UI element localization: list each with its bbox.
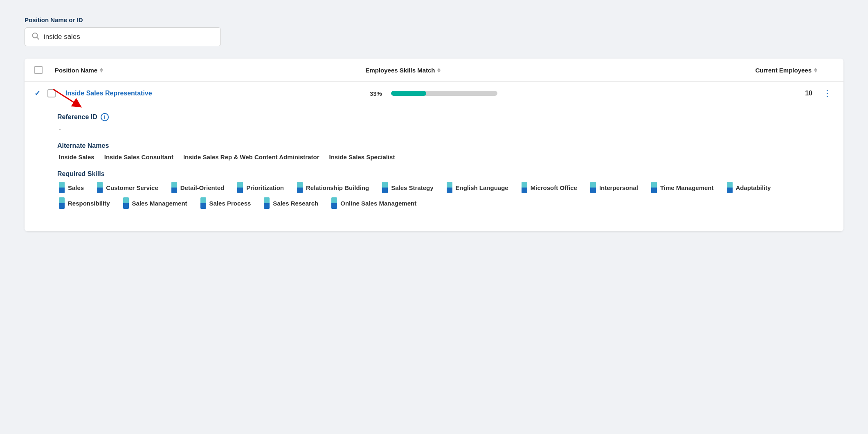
- col-header-skills-match: Employees Skills Match: [365, 67, 648, 74]
- skill-icon: [264, 197, 270, 209]
- select-all-checkbox[interactable]: [34, 66, 43, 74]
- skills-match-col-label: Employees Skills Match: [365, 67, 435, 74]
- alternate-names-list: Inside Sales Inside Sales Consultant Ins…: [57, 154, 830, 160]
- header-checkbox-col: [34, 66, 55, 74]
- skill-label: Prioritization: [246, 184, 284, 191]
- alternate-names-title: Alternate Names: [57, 142, 830, 149]
- progress-bar-fill: [391, 91, 426, 96]
- row-more-menu-button[interactable]: ⋮: [821, 88, 834, 98]
- skill-label: Adaptability: [736, 184, 771, 191]
- alt-name-item: Inside Sales Specialist: [329, 154, 395, 160]
- skill-item: English Language: [447, 182, 508, 193]
- alternate-names-section: Alternate Names Inside Sales Inside Sale…: [57, 142, 830, 160]
- search-section: Position Name or ID: [25, 16, 843, 46]
- skill-label: English Language: [456, 184, 508, 191]
- skill-icon: [200, 197, 206, 209]
- skill-icon: [651, 182, 657, 193]
- skill-label: Interpersonal: [599, 184, 638, 191]
- search-icon: [31, 32, 40, 42]
- sort-up-icon: [100, 68, 103, 70]
- skill-item: Prioritization: [237, 182, 284, 193]
- skill-icon: [59, 197, 65, 209]
- search-input[interactable]: [44, 33, 214, 41]
- skill-icon: [331, 197, 337, 209]
- row-current-employees: 10: [646, 90, 821, 97]
- progress-bar-bg: [391, 91, 497, 96]
- reference-id-value: -: [57, 125, 830, 132]
- col-header-current-emp: Current Employees: [648, 67, 834, 74]
- col-header-position: Position Name: [55, 67, 365, 74]
- reference-id-info-icon[interactable]: i: [101, 113, 109, 121]
- skill-label: Responsibility: [68, 200, 110, 207]
- skill-item: Customer Service: [97, 182, 158, 193]
- skill-label: Sales Process: [209, 200, 251, 207]
- skill-label: Sales Strategy: [391, 184, 433, 191]
- skills-match-sort[interactable]: [437, 68, 441, 72]
- expand-toggle[interactable]: ✓: [34, 89, 47, 98]
- skill-icon: [590, 182, 596, 193]
- skill-item: Adaptability: [727, 182, 771, 193]
- positions-table: Position Name Employees Skills Match Cur…: [25, 59, 843, 231]
- skill-item: Sales Research: [264, 197, 318, 209]
- skill-label: Customer Service: [106, 184, 158, 191]
- svg-point-0: [33, 33, 38, 38]
- skill-item: Online Sales Management: [331, 197, 416, 209]
- skill-item: Sales: [59, 182, 84, 193]
- skill-label: Sales: [68, 184, 84, 191]
- skill-label: Microsoft Office: [531, 184, 577, 191]
- position-sort[interactable]: [100, 68, 103, 72]
- sort-up-icon: [814, 68, 817, 70]
- skills-grid: SalesCustomer ServiceDetail-OrientedPrio…: [57, 182, 830, 209]
- skill-icon: [171, 182, 177, 193]
- skill-label: Sales Research: [273, 200, 318, 207]
- search-label: Position Name or ID: [25, 16, 843, 23]
- skill-icon: [59, 182, 65, 193]
- row-main[interactable]: ✓ Inside Sales Representative 33% 10 ⋮: [25, 82, 843, 105]
- reference-id-section: Reference ID i -: [57, 113, 830, 132]
- skill-label: Time Management: [660, 184, 714, 191]
- search-box: [25, 27, 221, 46]
- row-checkbox-col: [47, 89, 60, 97]
- svg-line-1: [37, 38, 39, 40]
- position-col-label: Position Name: [55, 67, 97, 74]
- row-checkbox[interactable]: [47, 89, 56, 97]
- alt-name-item: Inside Sales Rep & Web Content Administr…: [183, 154, 319, 160]
- skill-item: Microsoft Office: [522, 182, 577, 193]
- current-emp-col-label: Current Employees: [755, 67, 812, 74]
- required-skills-title: Required Skills: [57, 170, 830, 178]
- sort-down-icon: [437, 70, 441, 72]
- skill-label: Detail-Oriented: [180, 184, 225, 191]
- current-emp-sort[interactable]: [814, 68, 817, 72]
- skill-icon: [382, 182, 388, 193]
- skill-item: Detail-Oriented: [171, 182, 225, 193]
- alt-name-item: Inside Sales: [59, 154, 94, 160]
- reference-id-title: Reference ID i: [57, 113, 830, 121]
- skill-icon: [237, 182, 243, 193]
- table-row: ✓ Inside Sales Representative 33% 10 ⋮ R…: [25, 82, 843, 231]
- table-header: Position Name Employees Skills Match Cur…: [25, 59, 843, 82]
- skill-item: Sales Strategy: [382, 182, 433, 193]
- sort-up-icon: [437, 68, 441, 70]
- skill-item: Relationship Building: [297, 182, 369, 193]
- skill-icon: [97, 182, 103, 193]
- skill-icon: [447, 182, 452, 193]
- skill-item: Time Management: [651, 182, 714, 193]
- skill-label: Sales Management: [132, 200, 187, 207]
- skill-icon: [522, 182, 527, 193]
- row-detail-expanded: Reference ID i - Alternate Names Inside …: [25, 105, 843, 231]
- required-skills-section: Required Skills SalesCustomer ServiceDet…: [57, 170, 830, 209]
- row-position-name[interactable]: Inside Sales Representative: [64, 90, 370, 97]
- sort-down-icon: [100, 70, 103, 72]
- skill-icon: [297, 182, 303, 193]
- skill-label: Online Sales Management: [340, 200, 416, 207]
- skill-label: Relationship Building: [306, 184, 369, 191]
- skills-pct-label: 33%: [370, 90, 386, 97]
- row-skills-match: 33%: [370, 90, 646, 97]
- skill-item: Interpersonal: [590, 182, 638, 193]
- skill-item: Sales Management: [123, 197, 187, 209]
- alt-name-item: Inside Sales Consultant: [104, 154, 173, 160]
- skill-icon: [727, 182, 733, 193]
- skill-item: Responsibility: [59, 197, 110, 209]
- skill-icon: [123, 197, 129, 209]
- sort-down-icon: [814, 70, 817, 72]
